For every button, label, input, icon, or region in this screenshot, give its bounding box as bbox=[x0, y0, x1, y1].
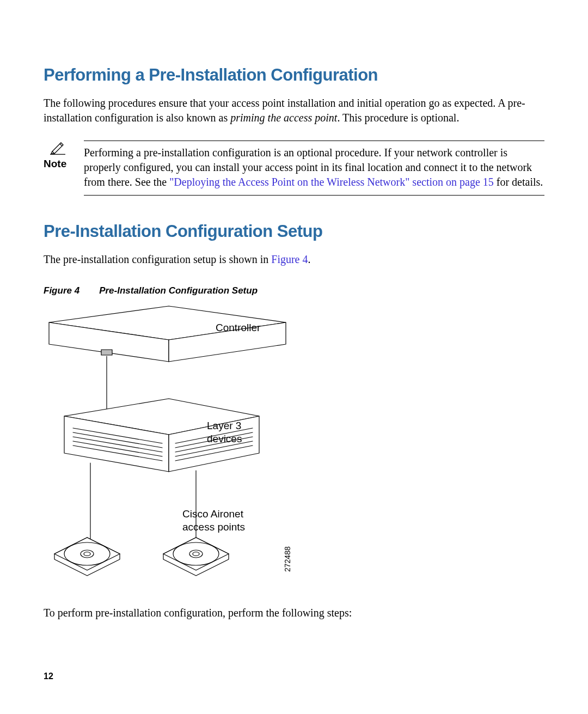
section-heading-2: Pre-Installation Configuration Setup bbox=[44, 222, 544, 241]
svg-rect-1 bbox=[101, 350, 112, 355]
page-number: 12 bbox=[44, 672, 53, 681]
figure-number: Figure 4 bbox=[44, 285, 79, 296]
section-heading-1: Performing a Pre-Installation Configurat… bbox=[44, 65, 544, 85]
diagram-label-layer3: Layer 3 devices bbox=[207, 419, 242, 446]
note-block: Note Performing a pre-installation confi… bbox=[44, 141, 544, 196]
section1-intro-italic: priming the access point bbox=[230, 112, 337, 124]
note-body: Performing a pre-installation configurat… bbox=[84, 141, 544, 196]
diagram-label-controller: Controller bbox=[216, 321, 260, 334]
section2-intro-part2: . bbox=[308, 253, 310, 265]
figure-title: Pre-Installation Configuration Setup bbox=[99, 285, 258, 296]
note-label: Note bbox=[44, 158, 74, 170]
diagram-label-aps: Cisco Aironet access points bbox=[182, 508, 245, 534]
svg-point-20 bbox=[193, 552, 199, 556]
figure-ref-link[interactable]: Figure 4 bbox=[271, 253, 308, 265]
section1-intro-part2: . This procedure is optional. bbox=[337, 112, 459, 124]
section1-intro: The following procedures ensure that you… bbox=[44, 96, 544, 125]
note-link[interactable]: "Deploying the Access Point on the Wirel… bbox=[169, 176, 494, 188]
note-text-2: for details. bbox=[494, 176, 543, 188]
diagram-id: 272488 bbox=[283, 546, 292, 572]
closing-text: To perform pre-installation configuratio… bbox=[44, 606, 544, 620]
figure-caption: Figure 4Pre-Installation Configuration S… bbox=[44, 285, 544, 296]
svg-point-17 bbox=[84, 552, 90, 556]
section2-intro-part1: The pre-installation configuration setup… bbox=[44, 253, 271, 265]
figure-diagram: Controller Layer 3 devices Cisco Aironet… bbox=[44, 301, 294, 589]
pencil-icon bbox=[50, 141, 65, 155]
section2-intro: The pre-installation configuration setup… bbox=[44, 252, 544, 267]
